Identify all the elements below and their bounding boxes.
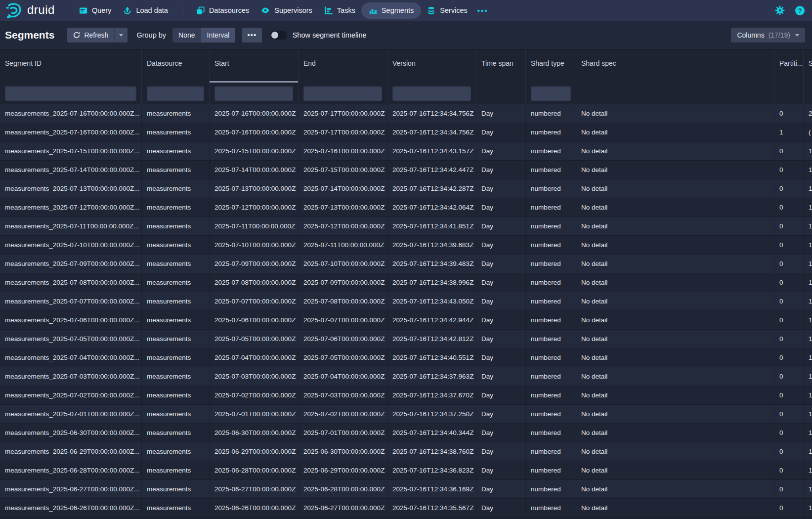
cell-size[interactable]: 1 — [804, 461, 812, 480]
cell-partitions[interactable]: 0 — [774, 442, 804, 461]
cell-time_span[interactable]: Day — [476, 499, 526, 518]
nav-item-datasources[interactable]: Datasources — [190, 0, 255, 21]
cell-end[interactable]: 2025-07-10T00:00:00.000Z — [299, 255, 387, 273]
cell-end[interactable]: 2025-07-12T00:00:00.000Z — [299, 217, 387, 236]
cell-time_span[interactable]: Day — [476, 442, 526, 461]
cell-version[interactable]: 2025-07-16T12:34:35.567Z — [387, 499, 476, 518]
cell-time_span[interactable]: Day — [476, 161, 526, 179]
refresh-button[interactable]: Refresh — [67, 28, 114, 43]
cell-datasource[interactable]: measurements — [142, 104, 210, 123]
settings-gear-icon[interactable] — [775, 5, 785, 15]
filter-input-end[interactable] — [303, 86, 382, 101]
cell-segment_id[interactable]: measurements_2025-07-06T00:00:00.000Z... — [0, 311, 142, 330]
cell-time_span[interactable]: Day — [476, 236, 526, 255]
cell-size[interactable]: 1 — [804, 142, 812, 161]
cell-partitions[interactable]: 0 — [774, 292, 804, 311]
group-by-interval-button[interactable]: Interval — [201, 28, 236, 43]
cell-shard_spec[interactable]: No detail — [576, 142, 774, 161]
cell-version[interactable]: 2025-07-16T12:34:34.756Z — [387, 104, 476, 123]
column-header-shard_type[interactable]: Shard type — [526, 50, 576, 83]
cell-partitions[interactable]: 0 — [774, 461, 804, 480]
cell-segment_id[interactable]: measurements_2025-07-16T00:00:00.000Z... — [0, 123, 142, 142]
cell-segment_id[interactable]: measurements_2025-06-29T00:00:00.000Z... — [0, 442, 142, 461]
nav-item-services[interactable]: Services — [421, 0, 473, 21]
cell-version[interactable]: 2025-07-16T12:34:37.963Z — [387, 367, 476, 386]
cell-time_span[interactable]: Day — [476, 142, 526, 161]
cell-shard_spec[interactable]: No detail — [576, 161, 774, 179]
cell-datasource[interactable]: measurements — [142, 461, 210, 480]
cell-time_span[interactable]: Day — [476, 311, 526, 330]
cell-version[interactable]: 2025-07-16T12:34:40.551Z — [387, 348, 476, 367]
cell-version[interactable]: 2025-07-16T12:34:42.812Z — [387, 330, 476, 348]
cell-end[interactable]: 2025-07-15T00:00:00.000Z — [299, 161, 387, 179]
cell-size[interactable]: 2 — [804, 104, 812, 123]
cell-size[interactable]: 1 — [804, 255, 812, 273]
cell-shard_type[interactable]: numbered — [526, 142, 576, 161]
cell-shard_type[interactable]: numbered — [526, 104, 576, 123]
nav-item-tasks[interactable]: Tasks — [318, 0, 361, 21]
cell-shard_type[interactable]: numbered — [526, 123, 576, 142]
cell-start[interactable]: 2025-07-14T00:00:00.000Z — [210, 161, 299, 179]
cell-start[interactable]: 2025-07-01T00:00:00.000Z — [210, 405, 299, 424]
cell-start[interactable]: 2025-07-10T00:00:00.000Z — [210, 236, 299, 255]
cell-start[interactable]: 2025-07-11T00:00:00.000Z — [210, 217, 299, 236]
cell-version[interactable]: 2025-07-16T12:34:43.157Z — [387, 142, 476, 161]
cell-version[interactable]: 2025-07-16T12:34:36.823Z — [387, 461, 476, 480]
cell-end[interactable]: 2025-07-09T00:00:00.000Z — [299, 273, 387, 292]
cell-datasource[interactable]: measurements — [142, 123, 210, 142]
cell-partitions[interactable]: 0 — [774, 499, 804, 518]
column-header-size[interactable]: S — [804, 50, 812, 83]
cell-size[interactable]: 1 — [804, 273, 812, 292]
cell-shard_spec[interactable]: No detail — [576, 405, 774, 424]
cell-time_span[interactable]: Day — [476, 255, 526, 273]
cell-end[interactable]: 2025-07-17T00:00:00.000Z — [299, 104, 387, 123]
cell-shard_spec[interactable]: No detail — [576, 273, 774, 292]
help-icon[interactable]: ? — [795, 5, 805, 16]
cell-datasource[interactable]: measurements — [142, 330, 210, 348]
cell-shard_spec[interactable]: No detail — [576, 198, 774, 217]
cell-version[interactable]: 2025-07-16T12:34:36.169Z — [387, 480, 476, 499]
cell-time_span[interactable]: Day — [476, 348, 526, 367]
cell-partitions[interactable]: 0 — [774, 104, 804, 123]
cell-start[interactable]: 2025-07-05T00:00:00.000Z — [210, 330, 299, 348]
cell-partitions[interactable]: 0 — [774, 142, 804, 161]
cell-datasource[interactable]: measurements — [142, 179, 210, 198]
cell-partitions[interactable]: 0 — [774, 348, 804, 367]
column-header-datasource[interactable]: Datasource — [142, 50, 210, 83]
column-header-shard_spec[interactable]: Shard spec — [576, 50, 774, 83]
cell-version[interactable]: 2025-07-16T12:34:34.756Z — [387, 123, 476, 142]
nav-item-segments[interactable]: Segments — [361, 2, 421, 19]
cell-shard_spec[interactable]: No detail — [576, 255, 774, 273]
cell-version[interactable]: 2025-07-16T12:34:38.760Z — [387, 442, 476, 461]
cell-partitions[interactable]: 0 — [774, 217, 804, 236]
cell-start[interactable]: 2025-06-30T00:00:00.000Z — [210, 424, 299, 442]
cell-datasource[interactable]: measurements — [142, 161, 210, 179]
cell-datasource[interactable]: measurements — [142, 386, 210, 405]
column-header-start[interactable]: Start — [210, 50, 299, 83]
cell-start[interactable]: 2025-06-28T00:00:00.000Z — [210, 461, 299, 480]
cell-start[interactable]: 2025-06-27T00:00:00.000Z — [210, 480, 299, 499]
cell-version[interactable]: 2025-07-16T12:34:43.050Z — [387, 292, 476, 311]
cell-shard_type[interactable]: numbered — [526, 348, 576, 367]
cell-segment_id[interactable]: measurements_2025-07-12T00:00:00.000Z... — [0, 198, 142, 217]
cell-end[interactable]: 2025-07-02T00:00:00.000Z — [299, 405, 387, 424]
cell-shard_spec[interactable]: No detail — [576, 348, 774, 367]
cell-end[interactable]: 2025-07-01T00:00:00.000Z — [299, 424, 387, 442]
cell-datasource[interactable]: measurements — [142, 348, 210, 367]
filter-input-segment_id[interactable] — [5, 86, 136, 101]
cell-start[interactable]: 2025-07-15T00:00:00.000Z — [210, 142, 299, 161]
cell-start[interactable]: 2025-07-16T00:00:00.000Z — [210, 123, 299, 142]
cell-partitions[interactable]: 0 — [774, 424, 804, 442]
cell-end[interactable]: 2025-07-07T00:00:00.000Z — [299, 311, 387, 330]
cell-shard_spec[interactable]: No detail — [576, 123, 774, 142]
cell-shard_type[interactable]: numbered — [526, 179, 576, 198]
cell-shard_type[interactable]: numbered — [526, 255, 576, 273]
cell-partitions[interactable]: 0 — [774, 367, 804, 386]
cell-shard_type[interactable]: numbered — [526, 461, 576, 480]
cell-size[interactable]: 1 — [804, 236, 812, 255]
cell-shard_spec[interactable]: No detail — [576, 236, 774, 255]
cell-size[interactable]: 1 — [804, 499, 812, 518]
cell-segment_id[interactable]: measurements_2025-07-07T00:00:00.000Z... — [0, 292, 142, 311]
cell-end[interactable]: 2025-07-11T00:00:00.000Z — [299, 236, 387, 255]
cell-end[interactable]: 2025-07-17T00:00:00.000Z — [299, 123, 387, 142]
